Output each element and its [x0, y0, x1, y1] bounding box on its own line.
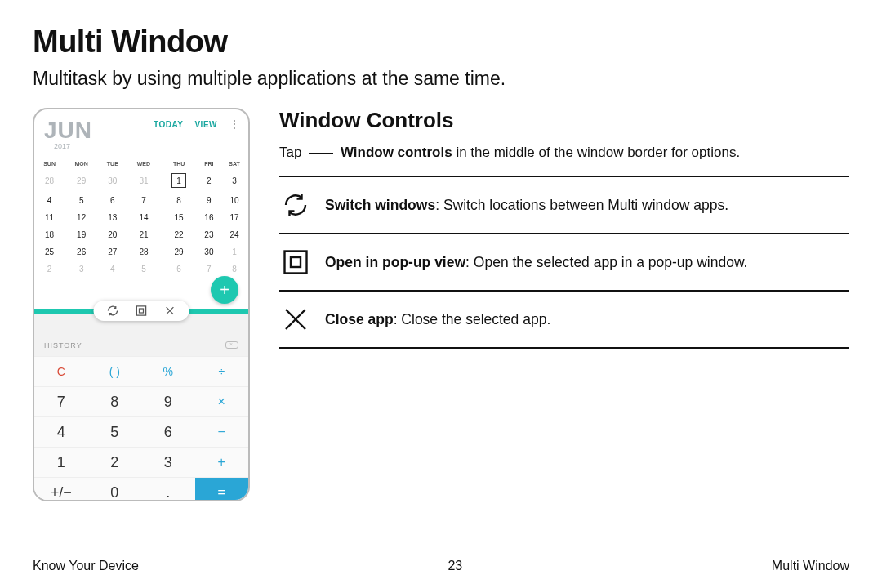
calc-key[interactable]: − [195, 416, 249, 447]
calc-key[interactable]: C [34, 356, 88, 386]
svg-rect-1 [140, 309, 144, 313]
calendar-day[interactable]: 8 [220, 261, 248, 278]
calendar-day[interactable]: 20 [98, 226, 127, 243]
calc-key[interactable]: 4 [34, 416, 88, 447]
backspace-icon[interactable] [225, 341, 238, 349]
calendar-day[interactable]: 28 [34, 169, 65, 192]
more-icon[interactable]: ⋮ [229, 118, 240, 131]
calendar-day[interactable]: 12 [65, 209, 98, 226]
calendar-day[interactable]: 7 [198, 261, 220, 278]
controls-list: Switch windows: Switch locations between… [279, 176, 849, 349]
calc-key[interactable]: 8 [88, 386, 142, 416]
calc-key[interactable]: 6 [141, 416, 195, 447]
window-controls-pill[interactable] [94, 301, 189, 321]
calendar-today-link[interactable]: TODAY [154, 120, 183, 129]
calc-key[interactable]: +/− [34, 477, 88, 501]
close-icon [281, 305, 310, 334]
popup-view-icon[interactable] [136, 305, 148, 317]
calendar-month: JUN [44, 118, 92, 144]
footer-right: Multi Window [772, 559, 849, 573]
weekday-header: WED [127, 158, 160, 169]
switch-windows-icon[interactable] [107, 305, 119, 317]
popup-view-icon [281, 247, 310, 277]
calendar-day[interactable]: 17 [220, 209, 248, 226]
weekday-header: SUN [34, 158, 65, 169]
calendar-day[interactable]: 15 [160, 209, 197, 226]
footer-left: Know Your Device [33, 559, 139, 573]
add-event-fab[interactable]: + [211, 276, 238, 304]
control-close-app: Close app: Close the selected app. [279, 292, 849, 349]
calendar-day[interactable]: 8 [160, 192, 197, 209]
multiwindow-divider[interactable] [34, 309, 248, 314]
calc-key[interactable]: × [195, 386, 249, 416]
calendar-day[interactable]: 29 [65, 169, 98, 192]
calendar-day[interactable]: 14 [127, 209, 160, 226]
calendar-day[interactable]: 9 [198, 192, 220, 209]
calendar-day[interactable]: 2 [198, 169, 220, 192]
calendar-day[interactable]: 21 [127, 226, 160, 243]
calendar-day[interactable]: 3 [220, 169, 248, 192]
calendar-day[interactable]: 16 [198, 209, 220, 226]
svg-rect-4 [285, 252, 307, 274]
page-title: Multi Window [33, 24, 849, 60]
calc-key[interactable]: 9 [141, 386, 195, 416]
calendar-day[interactable]: 24 [220, 226, 248, 243]
weekday-header: THU [160, 158, 197, 169]
calc-key[interactable]: 3 [141, 447, 195, 477]
calendar-day[interactable]: 5 [65, 192, 98, 209]
device-illustration: JUN 2017 TODAY VIEW ⋮ SUNMONTUEWEDTHUFRI… [33, 108, 250, 501]
section-heading: Window Controls [279, 108, 849, 133]
calendar-day[interactable]: 3 [65, 261, 98, 278]
calendar-day[interactable]: 4 [34, 192, 65, 209]
calendar-day[interactable]: 27 [98, 243, 127, 261]
calendar-day[interactable]: 29 [160, 243, 197, 261]
calendar-day[interactable]: 6 [98, 192, 127, 209]
calc-key[interactable]: 7 [34, 386, 88, 416]
calendar-day[interactable]: 28 [127, 243, 160, 261]
calendar-day[interactable]: 25 [34, 243, 65, 261]
calendar-day[interactable]: 1 [220, 243, 248, 261]
calendar-day[interactable]: 13 [98, 209, 127, 226]
calendar-day[interactable]: 2 [34, 261, 65, 278]
calendar-day[interactable]: 26 [65, 243, 98, 261]
calendar-day[interactable]: 5 [127, 261, 160, 278]
calc-key[interactable]: . [141, 477, 195, 501]
close-app-icon[interactable] [164, 305, 176, 317]
svg-rect-5 [291, 257, 301, 267]
calendar-day[interactable]: 23 [198, 226, 220, 243]
calendar-day[interactable]: 30 [98, 169, 127, 192]
switch-windows-icon [281, 190, 310, 220]
control-switch-windows: Switch windows: Switch locations between… [279, 177, 849, 234]
calculator-history-label[interactable]: HISTORY [44, 341, 82, 350]
calendar-grid: SUNMONTUEWEDTHUFRISAT 282930311234567891… [34, 158, 248, 278]
window-controls-dash-icon [309, 153, 333, 154]
calendar-day[interactable]: 19 [65, 226, 98, 243]
calc-key[interactable]: = [195, 477, 249, 501]
calc-key[interactable]: 2 [88, 447, 142, 477]
calendar-day[interactable]: 7 [127, 192, 160, 209]
calc-key[interactable]: 5 [88, 416, 142, 447]
page-subtitle: Multitask by using multiple applications… [33, 68, 849, 90]
calc-key[interactable]: 0 [88, 477, 142, 501]
calc-key[interactable]: ( ) [88, 356, 142, 386]
calc-key[interactable]: % [141, 356, 195, 386]
calendar-day[interactable]: 10 [220, 192, 248, 209]
calendar-day[interactable]: 22 [160, 226, 197, 243]
calendar-view-link[interactable]: VIEW [194, 120, 217, 129]
calendar-day[interactable]: 30 [198, 243, 220, 261]
calendar-day[interactable]: 1 [160, 169, 197, 192]
svg-rect-0 [136, 306, 145, 315]
calculator-app: HISTORY C( )%÷789×456−123++/−0.= [34, 314, 248, 501]
calendar-day[interactable]: 4 [98, 261, 127, 278]
calendar-day[interactable]: 6 [160, 261, 197, 278]
calc-key[interactable]: ÷ [195, 356, 249, 386]
calendar-day[interactable]: 11 [34, 209, 65, 226]
calc-key[interactable]: + [195, 447, 249, 477]
weekday-header: MON [65, 158, 98, 169]
weekday-header: SAT [220, 158, 248, 169]
control-popup-view: Open in pop-up view: Open the selected a… [279, 234, 849, 292]
page-footer: Know Your Device 23 Multi Window [33, 559, 849, 573]
calendar-day[interactable]: 31 [127, 169, 160, 192]
calendar-day[interactable]: 18 [34, 226, 65, 243]
calc-key[interactable]: 1 [34, 447, 88, 477]
